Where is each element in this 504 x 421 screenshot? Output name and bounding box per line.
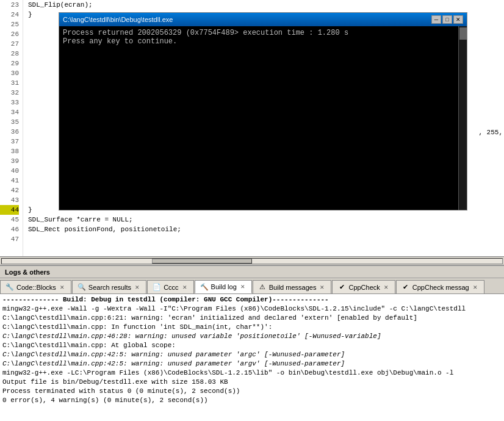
line-number-23: 23	[0, 0, 19, 10]
build-icon: 🔨	[200, 282, 209, 291]
log-line-2: C:\langC\testdll\main.cpp:6:21: warning:…	[2, 314, 502, 323]
code-line-45: SDL_Surface *carre = NULL;	[23, 215, 504, 225]
line-number-24: 24	[0, 10, 19, 20]
line-number-32: 32	[0, 88, 19, 98]
line-number-45: 45	[0, 215, 19, 225]
log-content: -------------- Build: Debug in testdll (…	[0, 294, 504, 421]
tab-build[interactable]: 🔨Build log✕	[195, 280, 252, 293]
log-line-5: C:\langC\testdll\main.cpp: At global sco…	[2, 341, 502, 350]
line-number-29: 29	[0, 59, 19, 68]
logs-section-header: Logs & others	[0, 265, 504, 278]
log-line-3: C:\langC\testdll\main.cpp: In function '…	[2, 323, 502, 332]
tab-label-cccc: Cccc	[164, 284, 178, 291]
code-line-46: SDL_Rect positionFond, positionetoile;	[23, 225, 504, 234]
line-number-35: 35	[0, 117, 19, 127]
minimize-button[interactable]: ─	[431, 15, 441, 24]
close-button[interactable]: ✕	[453, 15, 463, 24]
log-line-7: C:\langC\testdll\main.cpp:42:5: warning:…	[2, 359, 502, 369]
tab-label-search: Search results	[88, 284, 131, 291]
codeblocks-icon: 🔧	[5, 283, 14, 292]
tab-label-build: Build log	[211, 283, 237, 290]
tabs-bar: 🔧Code::Blocks✕🔍Search results✕📄Cccc✕🔨Bui…	[0, 278, 504, 294]
line-number-41: 41	[0, 176, 19, 185]
cccc-icon: 📄	[153, 283, 161, 292]
line-number-33: 33	[0, 98, 19, 107]
line-number-34: 34	[0, 107, 19, 117]
scrollbar-track[interactable]	[1, 258, 503, 264]
tab-buildmsg[interactable]: ⚠Build messages✕	[253, 280, 332, 293]
console-buttons: ─ □ ✕	[431, 15, 463, 24]
console-title: C:\langC\testdll\bin\Debug\testdll.exe	[63, 16, 173, 23]
maximize-button[interactable]: □	[442, 15, 452, 24]
console-titlebar: C:\langC\testdll\bin\Debug\testdll.exe ─…	[59, 13, 467, 26]
line-number-30: 30	[0, 68, 19, 78]
log-line-10: Process terminated with status 0 (0 minu…	[2, 387, 502, 396]
tab-label-cppcheck: CppCheck	[348, 284, 380, 291]
console-scrollbar-thumb	[459, 27, 467, 40]
tab-close-codeblocks[interactable]: ✕	[59, 284, 66, 291]
code-line-47	[23, 234, 504, 244]
line-number-38: 38	[0, 146, 19, 156]
line-number-44: 44	[0, 205, 19, 215]
line-number-28: 28	[0, 49, 19, 59]
scrollbar-thumb[interactable]	[152, 259, 252, 264]
console-line1: Process returned 2002056329 (0x7754F489>…	[63, 29, 455, 37]
tab-cccc[interactable]: 📄Cccc✕	[147, 280, 193, 293]
editor-scrollbar[interactable]	[0, 256, 504, 265]
console-scrollbar[interactable]	[458, 26, 467, 210]
line-number-42: 42	[0, 185, 19, 195]
tab-cppcheck2[interactable]: ✔CppCheck messag✕	[396, 280, 484, 293]
line-number-39: 39	[0, 156, 19, 166]
tab-label-codeblocks: Code::Blocks	[16, 284, 56, 291]
logs-title: Logs & others	[5, 268, 50, 276]
console-window: C:\langC\testdll\bin\Debug\testdll.exe ─…	[59, 12, 467, 210]
line-number-27: 27	[0, 39, 19, 49]
right-edge-text: , 255,	[477, 128, 504, 137]
buildmsg-icon: ⚠	[258, 283, 267, 292]
line-number-26: 26	[0, 29, 19, 39]
log-line-6: C:\langC\testdll\main.cpp:42:5: warning:…	[2, 350, 502, 359]
log-line-11: 0 error(s), 4 warning(s) (0 minute(s), 2…	[2, 396, 502, 405]
line-numbers: 2324252627282930313233343536373839404142…	[0, 0, 23, 256]
log-line-0: -------------- Build: Debug in testdll (…	[2, 295, 502, 304]
line-number-46: 46	[0, 225, 19, 234]
tab-close-cppcheck[interactable]: ✕	[383, 284, 390, 291]
tab-label-cppcheck2: CppCheck messag	[412, 284, 469, 291]
log-line-1: mingw32-g++.exe -Wall -g -Wextra -Wall -…	[2, 304, 502, 314]
tab-close-buildmsg[interactable]: ✕	[319, 284, 326, 291]
tab-close-search[interactable]: ✕	[134, 284, 141, 291]
cppcheck-icon: ✔	[337, 283, 346, 292]
line-number-31: 31	[0, 78, 19, 88]
line-number-36: 36	[0, 127, 19, 137]
line-number-25: 25	[0, 20, 19, 29]
tab-close-cccc[interactable]: ✕	[181, 284, 189, 291]
line-number-40: 40	[0, 166, 19, 176]
tab-codeblocks[interactable]: 🔧Code::Blocks✕	[0, 280, 71, 293]
line-number-43: 43	[0, 195, 19, 205]
log-line-8: mingw32-g++.exe -LC:\Program Files (x86)…	[2, 369, 502, 378]
editor-area: 2324252627282930313233343536373839404142…	[0, 0, 504, 256]
tab-search[interactable]: 🔍Search results✕	[72, 280, 146, 293]
console-body: Process returned 2002056329 (0x7754F489>…	[59, 26, 467, 210]
line-number-37: 37	[0, 137, 19, 146]
tab-close-cppcheck2[interactable]: ✕	[472, 284, 479, 291]
log-line-4: C:\langC\testdll\main.cpp:46:28: warning…	[2, 332, 502, 341]
cppcheck2-icon: ✔	[401, 283, 410, 292]
tab-cppcheck[interactable]: ✔CppCheck✕	[332, 280, 395, 293]
line-number-47: 47	[0, 234, 19, 244]
code-line-23: SDL_Flip(ecran);	[23, 0, 504, 10]
log-line-9: Output file is bin/Debug/testdll.exe wit…	[2, 378, 502, 387]
console-line2: Press any key to continue.	[63, 37, 455, 46]
tab-label-buildmsg: Build messages	[269, 284, 317, 291]
search-icon: 🔍	[77, 283, 86, 292]
tab-close-build[interactable]: ✕	[239, 283, 247, 290]
